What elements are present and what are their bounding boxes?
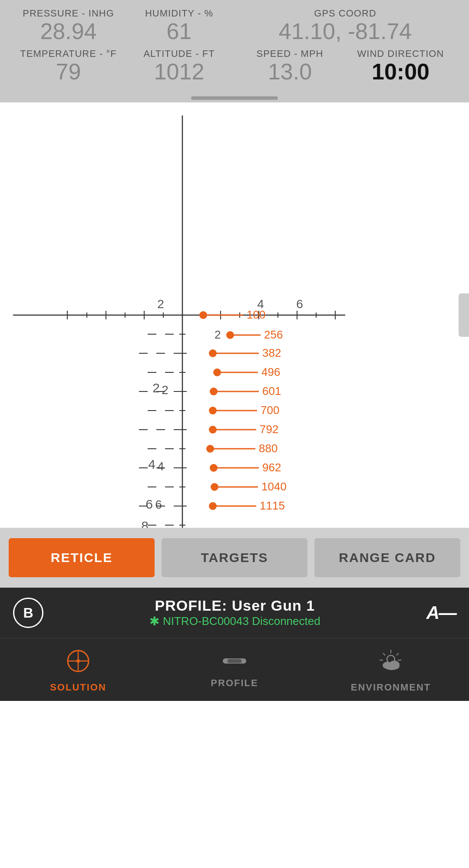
bluetooth-icon: ✱ bbox=[149, 614, 159, 628]
scroll-indicator bbox=[0, 92, 469, 102]
stat-gps-value: 41.10, -81.74 bbox=[279, 19, 412, 44]
stat-wind-value: 10:00 bbox=[372, 59, 429, 84]
svg-text:601: 601 bbox=[262, 385, 281, 398]
svg-line-113 bbox=[383, 653, 385, 655]
profile-connection: ✱ NITRO-BC00043 Disconnected bbox=[149, 614, 320, 628]
svg-rect-107 bbox=[228, 659, 242, 663]
stat-humidity-value: 61 bbox=[167, 19, 192, 44]
profile-center: PROFILE: User Gun 1 ✱ NITRO-BC00043 Disc… bbox=[149, 597, 320, 628]
profile-bar: B PROFILE: User Gun 1 ✱ NITRO-BC00043 Di… bbox=[0, 588, 469, 638]
svg-text:100: 100 bbox=[247, 308, 265, 321]
nav-label-solution: SOLUTION bbox=[50, 682, 106, 693]
stat-temperature-value: 79 bbox=[56, 59, 81, 84]
stat-temperature-label: TEMPERATURE - °F bbox=[20, 48, 116, 59]
svg-text:2: 2 bbox=[152, 381, 160, 395]
profile-logo: A— bbox=[426, 602, 456, 623]
tab-range-card[interactable]: RANGE CARD bbox=[314, 538, 460, 577]
scroll-bar bbox=[191, 96, 278, 100]
stat-altitude-label: ALTITUDE - FT bbox=[143, 48, 215, 59]
tabs-bar: RETICLE TARGETS RANGE CARD bbox=[0, 528, 469, 588]
svg-text:1040: 1040 bbox=[261, 480, 287, 493]
stat-speed-value: 13.0 bbox=[268, 59, 312, 84]
svg-text:880: 880 bbox=[259, 442, 277, 455]
svg-text:2: 2 bbox=[162, 383, 168, 397]
tab-reticle[interactable]: RETICLE bbox=[9, 538, 155, 577]
nav-label-profile: PROFILE bbox=[211, 677, 258, 689]
reticle-area: 4 6 2 2 4 6 bbox=[0, 102, 469, 528]
svg-point-116 bbox=[389, 661, 400, 668]
stat-pressure-label: PRESSURE - INHG bbox=[23, 8, 114, 19]
svg-text:792: 792 bbox=[260, 423, 278, 436]
stat-temperature: TEMPERATURE - °F 79 bbox=[13, 48, 124, 84]
nav-item-environment[interactable]: ENVIRONMENT bbox=[313, 638, 469, 701]
stat-humidity-label: HUMIDITY - % bbox=[145, 8, 213, 19]
svg-text:4: 4 bbox=[148, 457, 155, 471]
stat-speed-label: SPEED - MPH bbox=[256, 48, 323, 59]
svg-text:256: 256 bbox=[264, 328, 283, 341]
svg-text:6: 6 bbox=[155, 498, 162, 511]
svg-text:382: 382 bbox=[262, 346, 281, 359]
profile-b-icon[interactable]: B bbox=[13, 598, 43, 628]
nav-label-environment: ENVIRONMENT bbox=[351, 682, 431, 693]
svg-text:496: 496 bbox=[261, 365, 280, 378]
svg-text:2: 2 bbox=[215, 328, 221, 341]
svg-text:6: 6 bbox=[145, 497, 153, 511]
stat-wind-label: WIND DIRECTION bbox=[357, 48, 444, 59]
svg-text:1115: 1115 bbox=[260, 499, 285, 512]
nav-item-solution[interactable]: SOLUTION bbox=[0, 638, 156, 701]
stat-gps: GPS COORD 41.10, -81.74 bbox=[234, 8, 456, 44]
svg-text:4: 4 bbox=[157, 460, 164, 473]
stat-speed: SPEED - MPH 13.0 bbox=[234, 48, 345, 84]
stat-altitude: ALTITUDE - FT 1012 bbox=[124, 48, 234, 84]
nav-item-profile[interactable]: PROFILE bbox=[156, 638, 313, 701]
stats-bar: PRESSURE - INHG 28.94 HUMIDITY - % 61 GP… bbox=[0, 0, 469, 92]
svg-text:700: 700 bbox=[261, 404, 279, 417]
stat-wind: WIND DIRECTION 10:00 bbox=[345, 48, 456, 84]
solution-icon bbox=[65, 648, 91, 679]
bottom-nav: SOLUTION PROFILE bbox=[0, 638, 469, 701]
stat-humidity: HUMIDITY - % 61 bbox=[124, 8, 234, 44]
stat-gps-label: GPS COORD bbox=[314, 8, 376, 19]
svg-text:962: 962 bbox=[262, 461, 281, 474]
tab-targets[interactable]: TARGETS bbox=[162, 538, 307, 577]
svg-line-110 bbox=[396, 653, 399, 655]
profile-title: PROFILE: User Gun 1 bbox=[149, 597, 320, 614]
stat-pressure-value: 28.94 bbox=[40, 19, 96, 44]
svg-text:6: 6 bbox=[296, 297, 303, 311]
svg-text:8: 8 bbox=[141, 519, 149, 528]
svg-point-105 bbox=[76, 659, 80, 663]
reticle-svg: 4 6 2 2 4 6 bbox=[0, 102, 469, 528]
svg-text:2: 2 bbox=[157, 297, 164, 311]
stat-pressure: PRESSURE - INHG 28.94 bbox=[13, 8, 124, 44]
stat-altitude-value: 1012 bbox=[154, 59, 205, 84]
profile-nav-icon bbox=[221, 648, 248, 675]
environment-icon bbox=[378, 648, 404, 679]
profile-connection-text: NITRO-BC00043 Disconnected bbox=[163, 615, 320, 628]
